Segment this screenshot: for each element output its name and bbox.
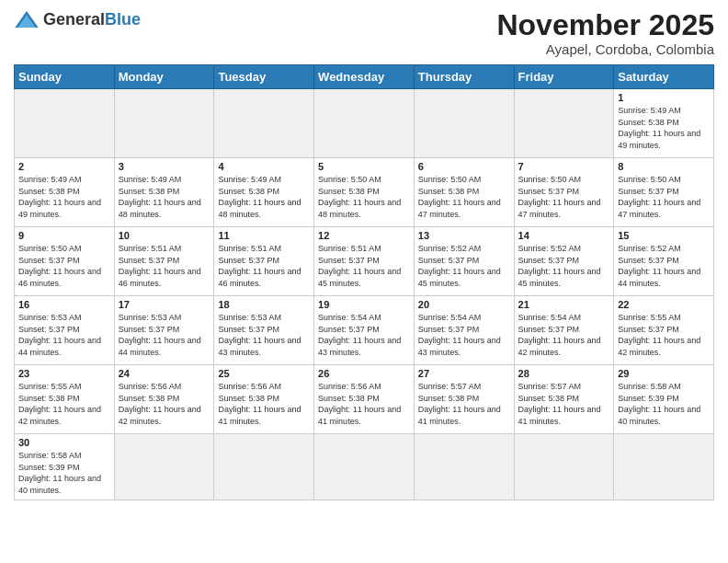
calendar-cell bbox=[514, 89, 614, 158]
sunrise-label: Sunrise: 5:53 AM bbox=[18, 313, 82, 322]
sunset-label: Sunset: 5:38 PM bbox=[18, 394, 80, 403]
calendar-cell bbox=[15, 89, 115, 158]
daylight-label: Daylight: 11 hours and 41 minutes. bbox=[518, 405, 601, 426]
calendar-cell: 11Sunrise: 5:51 AMSunset: 5:37 PMDayligh… bbox=[214, 227, 314, 296]
calendar-cell: 29Sunrise: 5:58 AMSunset: 5:39 PMDayligh… bbox=[614, 365, 714, 434]
daylight-label: Daylight: 11 hours and 46 minutes. bbox=[218, 267, 301, 288]
calendar-cell: 20Sunrise: 5:54 AMSunset: 5:37 PMDayligh… bbox=[414, 296, 514, 365]
day-info: Sunrise: 5:49 AMSunset: 5:38 PMDaylight:… bbox=[119, 174, 210, 220]
weekday-header-row: SundayMondayTuesdayWednesdayThursdayFrid… bbox=[15, 65, 714, 89]
sunrise-label: Sunrise: 5:50 AM bbox=[318, 175, 381, 184]
week-row-1: 2Sunrise: 5:49 AMSunset: 5:38 PMDaylight… bbox=[15, 158, 714, 227]
daylight-label: Daylight: 11 hours and 40 minutes. bbox=[18, 474, 101, 495]
sunrise-label: Sunrise: 5:50 AM bbox=[518, 175, 582, 184]
sunrise-label: Sunrise: 5:54 AM bbox=[518, 313, 582, 322]
daylight-label: Daylight: 11 hours and 43 minutes. bbox=[318, 336, 401, 357]
sunrise-label: Sunrise: 5:52 AM bbox=[518, 244, 582, 253]
sunrise-label: Sunrise: 5:54 AM bbox=[318, 313, 381, 322]
calendar-cell: 8Sunrise: 5:50 AMSunset: 5:37 PMDaylight… bbox=[614, 158, 714, 227]
day-info: Sunrise: 5:52 AMSunset: 5:37 PMDaylight:… bbox=[518, 243, 610, 289]
day-info: Sunrise: 5:50 AMSunset: 5:38 PMDaylight:… bbox=[418, 174, 510, 220]
day-info: Sunrise: 5:54 AMSunset: 5:37 PMDaylight:… bbox=[318, 312, 410, 358]
day-info: Sunrise: 5:49 AMSunset: 5:38 PMDaylight:… bbox=[18, 174, 110, 220]
calendar-cell: 5Sunrise: 5:50 AMSunset: 5:38 PMDaylight… bbox=[314, 158, 415, 227]
daylight-label: Daylight: 11 hours and 41 minutes. bbox=[418, 405, 501, 426]
daylight-label: Daylight: 11 hours and 49 minutes. bbox=[618, 129, 700, 150]
title-area: November 2025 Ayapel, Cordoba, Colombia bbox=[496, 9, 714, 57]
sunset-label: Sunset: 5:38 PM bbox=[418, 187, 480, 196]
daylight-label: Daylight: 11 hours and 46 minutes. bbox=[119, 267, 201, 288]
sunrise-label: Sunrise: 5:53 AM bbox=[218, 313, 281, 322]
calendar-cell bbox=[414, 89, 514, 158]
day-info: Sunrise: 5:49 AMSunset: 5:38 PMDaylight:… bbox=[218, 174, 310, 220]
sunrise-label: Sunrise: 5:50 AM bbox=[418, 175, 482, 184]
day-info: Sunrise: 5:50 AMSunset: 5:37 PMDaylight:… bbox=[518, 174, 610, 220]
week-row-3: 16Sunrise: 5:53 AMSunset: 5:37 PMDayligh… bbox=[15, 296, 714, 365]
sunrise-label: Sunrise: 5:51 AM bbox=[218, 244, 281, 253]
sunrise-label: Sunrise: 5:49 AM bbox=[218, 175, 281, 184]
sunset-label: Sunset: 5:38 PM bbox=[218, 187, 279, 196]
sunset-label: Sunset: 5:37 PM bbox=[218, 256, 279, 265]
calendar-cell: 12Sunrise: 5:51 AMSunset: 5:37 PMDayligh… bbox=[314, 227, 415, 296]
day-info: Sunrise: 5:55 AMSunset: 5:38 PMDaylight:… bbox=[18, 381, 110, 427]
day-number: 7 bbox=[518, 161, 610, 172]
sunset-label: Sunset: 5:39 PM bbox=[18, 463, 80, 472]
calendar-cell: 24Sunrise: 5:56 AMSunset: 5:38 PMDayligh… bbox=[114, 365, 214, 434]
sunrise-label: Sunrise: 5:56 AM bbox=[318, 382, 381, 391]
day-number: 6 bbox=[418, 161, 510, 172]
header-area: GeneralBlue November 2025 Ayapel, Cordob… bbox=[14, 9, 714, 57]
sunset-label: Sunset: 5:37 PM bbox=[218, 325, 279, 334]
sunrise-label: Sunrise: 5:54 AM bbox=[418, 313, 482, 322]
calendar-cell: 22Sunrise: 5:55 AMSunset: 5:37 PMDayligh… bbox=[614, 296, 714, 365]
day-number: 19 bbox=[318, 299, 410, 310]
calendar-cell bbox=[214, 89, 314, 158]
day-info: Sunrise: 5:50 AMSunset: 5:37 PMDaylight:… bbox=[618, 174, 710, 220]
sunset-label: Sunset: 5:37 PM bbox=[318, 325, 380, 334]
sunrise-label: Sunrise: 5:52 AM bbox=[618, 244, 681, 253]
weekday-header-wednesday: Wednesday bbox=[314, 65, 415, 89]
day-number: 10 bbox=[119, 230, 210, 241]
sunrise-label: Sunrise: 5:49 AM bbox=[618, 106, 681, 115]
calendar-cell: 21Sunrise: 5:54 AMSunset: 5:37 PMDayligh… bbox=[514, 296, 614, 365]
sunrise-label: Sunrise: 5:57 AM bbox=[418, 382, 482, 391]
daylight-label: Daylight: 11 hours and 42 minutes. bbox=[18, 405, 101, 426]
daylight-label: Daylight: 11 hours and 48 minutes. bbox=[218, 198, 301, 219]
daylight-label: Daylight: 11 hours and 47 minutes. bbox=[518, 198, 601, 219]
day-info: Sunrise: 5:56 AMSunset: 5:38 PMDaylight:… bbox=[119, 381, 210, 427]
week-row-2: 9Sunrise: 5:50 AMSunset: 5:37 PMDaylight… bbox=[15, 227, 714, 296]
sunrise-label: Sunrise: 5:58 AM bbox=[618, 382, 681, 391]
calendar-cell bbox=[514, 434, 614, 500]
sunset-label: Sunset: 5:37 PM bbox=[18, 325, 80, 334]
daylight-label: Daylight: 11 hours and 44 minutes. bbox=[18, 336, 101, 357]
calendar-cell bbox=[314, 434, 415, 500]
daylight-label: Daylight: 11 hours and 47 minutes. bbox=[618, 198, 700, 219]
sunset-label: Sunset: 5:37 PM bbox=[618, 325, 679, 334]
calendar-cell bbox=[314, 89, 415, 158]
day-info: Sunrise: 5:57 AMSunset: 5:38 PMDaylight:… bbox=[418, 381, 510, 427]
day-number: 23 bbox=[18, 368, 110, 379]
day-number: 3 bbox=[119, 161, 210, 172]
sunrise-label: Sunrise: 5:50 AM bbox=[618, 175, 681, 184]
page: GeneralBlue November 2025 Ayapel, Cordob… bbox=[0, 0, 728, 563]
day-info: Sunrise: 5:51 AMSunset: 5:37 PMDaylight:… bbox=[218, 243, 310, 289]
calendar-cell: 17Sunrise: 5:53 AMSunset: 5:37 PMDayligh… bbox=[114, 296, 214, 365]
calendar-cell: 3Sunrise: 5:49 AMSunset: 5:38 PMDaylight… bbox=[114, 158, 214, 227]
day-number: 26 bbox=[318, 368, 410, 379]
day-info: Sunrise: 5:52 AMSunset: 5:37 PMDaylight:… bbox=[418, 243, 510, 289]
sunset-label: Sunset: 5:37 PM bbox=[518, 256, 580, 265]
calendar-cell: 16Sunrise: 5:53 AMSunset: 5:37 PMDayligh… bbox=[15, 296, 115, 365]
calendar-cell: 9Sunrise: 5:50 AMSunset: 5:37 PMDaylight… bbox=[15, 227, 115, 296]
day-number: 4 bbox=[218, 161, 310, 172]
day-number: 16 bbox=[18, 299, 110, 310]
day-number: 20 bbox=[418, 299, 510, 310]
sunrise-label: Sunrise: 5:49 AM bbox=[119, 175, 182, 184]
calendar-cell: 13Sunrise: 5:52 AMSunset: 5:37 PMDayligh… bbox=[414, 227, 514, 296]
daylight-label: Daylight: 11 hours and 48 minutes. bbox=[119, 198, 201, 219]
day-number: 5 bbox=[318, 161, 410, 172]
calendar-cell: 30Sunrise: 5:58 AMSunset: 5:39 PMDayligh… bbox=[15, 434, 115, 500]
day-info: Sunrise: 5:53 AMSunset: 5:37 PMDaylight:… bbox=[218, 312, 310, 358]
sunset-label: Sunset: 5:38 PM bbox=[618, 118, 679, 127]
day-number: 18 bbox=[218, 299, 310, 310]
day-info: Sunrise: 5:53 AMSunset: 5:37 PMDaylight:… bbox=[119, 312, 210, 358]
weekday-header-monday: Monday bbox=[114, 65, 214, 89]
